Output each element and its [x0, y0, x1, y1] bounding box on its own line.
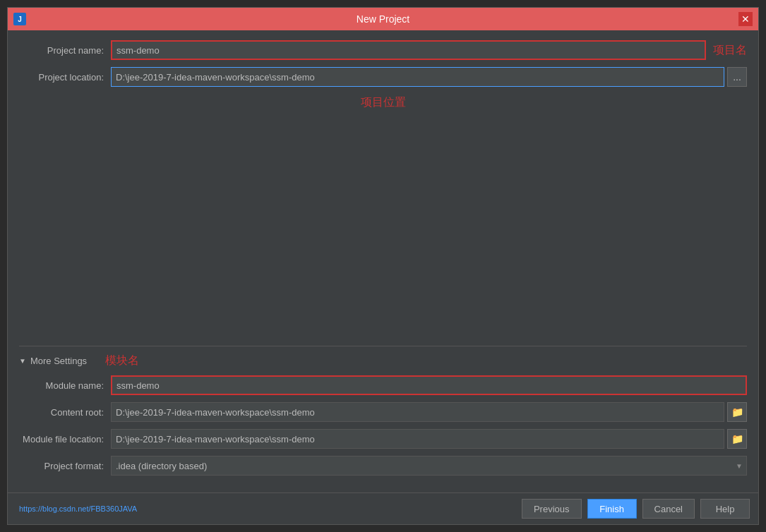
folder-icon-2: 📁 [731, 433, 743, 445]
project-name-annotation: 项目名 [713, 43, 747, 58]
project-location-browse-button[interactable]: ... [727, 67, 747, 87]
project-location-label: Project location: [19, 72, 111, 83]
dialog-title: New Project [357, 13, 409, 25]
content-spacer [19, 114, 747, 343]
module-file-location-input[interactable] [111, 429, 724, 449]
project-name-input[interactable] [111, 40, 706, 60]
project-location-row: Project location: ... [19, 67, 747, 87]
project-format-dropdown-wrap: .idea (directory based) .ipr (file based… [111, 456, 747, 476]
project-format-label: Project format: [19, 461, 111, 471]
title-bar: J New Project ✕ [8, 8, 758, 30]
more-settings-header[interactable]: ▼ More Settings 模块名 [19, 353, 747, 368]
content-root-label: Content root: [19, 407, 111, 418]
new-project-dialog: J New Project ✕ Project name: 项目名 Projec… [7, 7, 759, 525]
previous-button[interactable]: Previous [522, 499, 582, 519]
content-root-row: Content root: 📁 [19, 402, 747, 422]
dialog-footer: https://blog.csdn.net/FBB360JAVA Previou… [8, 492, 758, 524]
project-format-row: Project format: .idea (directory based) … [19, 456, 747, 476]
project-name-label: Project name: [19, 45, 111, 56]
module-name-input[interactable] [111, 375, 747, 395]
finish-button[interactable]: Finish [587, 499, 637, 519]
close-button[interactable]: ✕ [738, 12, 753, 26]
project-format-select[interactable]: .idea (directory based) .ipr (file based… [111, 456, 747, 476]
content-root-browse-button[interactable]: 📁 [727, 402, 747, 422]
module-name-input-wrap [111, 375, 747, 395]
module-file-location-row: Module file location: 📁 [19, 429, 747, 449]
expand-triangle-icon: ▼ [19, 357, 26, 365]
content-root-input-wrap [111, 402, 724, 422]
module-file-location-label: Module file location: [19, 434, 111, 445]
project-location-input[interactable] [111, 67, 724, 87]
more-settings-section: ▼ More Settings 模块名 Module name: Content… [19, 346, 747, 483]
module-file-location-input-wrap [111, 429, 724, 449]
module-name-row: Module name: [19, 375, 747, 395]
project-location-annotation: 项目位置 [19, 95, 747, 110]
folder-icon: 📁 [731, 406, 743, 418]
title-bar-left: J [13, 13, 26, 25]
app-icon: J [13, 13, 26, 25]
dialog-content: Project name: 项目名 Project location: ... … [8, 30, 758, 492]
module-name-annotation: 模块名 [105, 353, 139, 368]
more-settings-label: More Settings [30, 356, 87, 366]
help-button[interactable]: Help [700, 499, 750, 519]
module-name-label: Module name: [19, 380, 111, 391]
project-name-input-wrap [111, 40, 706, 60]
content-root-input[interactable] [111, 402, 724, 422]
project-location-input-wrap [111, 67, 724, 87]
footer-link[interactable]: https://blog.csdn.net/FBB360JAVA [16, 504, 137, 513]
module-file-location-browse-button[interactable]: 📁 [727, 429, 747, 449]
project-name-row: Project name: 项目名 [19, 40, 747, 60]
cancel-button[interactable]: Cancel [642, 499, 695, 519]
